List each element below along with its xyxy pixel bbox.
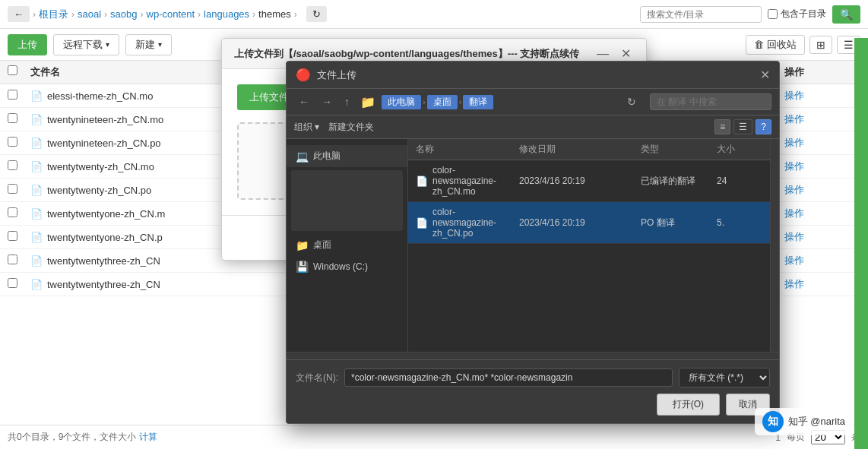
watermark-text: 知乎 @narita	[788, 415, 845, 428]
file-operation-0[interactable]: 操作	[784, 89, 860, 103]
view-grid-btn[interactable]: ⊞	[809, 36, 832, 54]
fp-hscrollbar[interactable]	[287, 352, 779, 359]
fp-col-name: 名称	[416, 143, 519, 156]
bc-sep-1: ›	[71, 9, 74, 20]
fp-sidebar-thispc[interactable]: 💻 此电脑	[287, 145, 407, 167]
file-row-checkbox-2[interactable]	[8, 137, 30, 149]
bc-sep-5: ›	[252, 9, 255, 20]
file-row-checkbox-8[interactable]	[8, 278, 30, 290]
file-icon-7: 📄	[30, 255, 43, 267]
select-all-checkbox[interactable]	[8, 65, 17, 75]
file-operation-1[interactable]: 操作	[784, 112, 860, 126]
file-operation-5[interactable]: 操作	[784, 207, 860, 220]
fp-scrollbar[interactable]	[770, 139, 779, 352]
breadcrumb-saobg[interactable]: saobg	[110, 8, 137, 20]
fp-fire-icon: 🔴	[296, 68, 311, 82]
fp-sidebar-desktop[interactable]: 📁 桌面	[287, 234, 407, 256]
file-row-checkbox-6[interactable]	[8, 231, 30, 243]
fp-col-type: 类型	[641, 143, 717, 156]
fp-close-btn[interactable]: ✕	[760, 68, 770, 82]
fp-sidebar-windows-label: Windows (C:)	[313, 261, 368, 272]
fp-file-type-0: 已编译的翻译	[641, 175, 717, 188]
new-btn[interactable]: 新建 ▾	[125, 34, 172, 55]
nav-back-btn[interactable]: ←	[8, 6, 30, 22]
breadcrumb-saoal[interactable]: saoal	[78, 8, 101, 20]
breadcrumb-wpcontent[interactable]: wp-content	[147, 8, 195, 20]
search-btn[interactable]: 🔍	[832, 5, 860, 24]
upload-dialog-minimize[interactable]: —	[594, 46, 612, 61]
fp-view-list-btn[interactable]: ≡	[714, 119, 730, 134]
fp-refresh-btn[interactable]: ↻	[622, 94, 641, 109]
search-input[interactable]	[640, 6, 762, 23]
file-row-checkbox-4[interactable]	[8, 184, 30, 196]
file-operation-8[interactable]: 操作	[784, 277, 860, 291]
fp-file-size-1: 5.	[717, 217, 762, 228]
breadcrumb-themes: themes	[258, 8, 291, 20]
fp-path-items: 此电脑 › 桌面 › 翻译	[382, 95, 616, 109]
footer: 共0个目录，9个文件，文件大小 计算 1 每页 20 50 100 条	[0, 425, 868, 449]
breadcrumb-right: 包含子目录 🔍	[640, 5, 860, 24]
file-operation-6[interactable]: 操作	[784, 230, 860, 244]
fp-file-row-1[interactable]: 📄 color-newsmagazine-zh_CN.po 2023/4/16 …	[408, 202, 770, 244]
file-icon-8: 📄	[30, 279, 43, 290]
upload-dialog-close[interactable]: ✕	[618, 46, 634, 61]
upload-btn[interactable]: 上传	[8, 34, 47, 55]
fp-help-btn[interactable]: ?	[756, 119, 771, 134]
fp-nav-up[interactable]: ↑	[340, 94, 354, 109]
col-checkbox	[8, 65, 30, 79]
fp-title-text: 文件上传	[317, 68, 356, 82]
fp-path-thispc-label[interactable]: 此电脑	[382, 95, 421, 109]
calc-link[interactable]: 计算	[139, 432, 157, 442]
fp-file-header: 名称 修改日期 类型 大小	[408, 139, 770, 160]
fp-file-name-text-0: color-newsmagazine-zh_CN.mo	[432, 165, 519, 197]
file-row-checkbox-0[interactable]	[8, 90, 30, 102]
fp-thispc-icon: 💻	[296, 150, 309, 163]
bc-sep-3: ›	[141, 9, 144, 20]
fp-body: 💻 此电脑 📁 桌面 💾 Windows (C:) 名称 修改日期	[287, 139, 779, 352]
fp-nav-back[interactable]: ←	[294, 94, 314, 109]
fp-sep-1: ›	[423, 97, 426, 106]
file-row-checkbox-5[interactable]	[8, 207, 30, 220]
fp-path-desktop-label[interactable]: 桌面	[427, 95, 458, 109]
file-icon-4: 📄	[30, 185, 43, 196]
fp-sidebar-windows[interactable]: 💾 Windows (C:)	[287, 256, 407, 277]
file-icon-1: 📄	[30, 114, 43, 125]
fp-file-icon-0: 📄	[416, 175, 428, 187]
upload-dialog-title: 上传文件到【/saoal/saobg/wp-content/languages/…	[234, 47, 579, 61]
fp-col-date: 修改日期	[519, 143, 641, 156]
fp-sidebar-thispc-label: 此电脑	[313, 150, 341, 163]
recycle-btn[interactable]: 🗑 回收站	[746, 35, 805, 55]
file-row-checkbox-1[interactable]	[8, 113, 30, 125]
breadcrumb-languages[interactable]: languages	[204, 8, 249, 20]
watermark: 知 知乎 @narita	[755, 408, 853, 435]
fp-view-detail-btn[interactable]: ☰	[733, 119, 752, 134]
file-row-checkbox-7[interactable]	[8, 255, 30, 267]
fp-path-translate-label[interactable]: 翻译	[463, 95, 493, 109]
fp-windows-icon: 💾	[296, 261, 309, 273]
file-operation-4[interactable]: 操作	[784, 183, 860, 197]
fp-open-btn[interactable]: 打开(O)	[657, 394, 720, 416]
fp-filetype-select[interactable]: 所有文件 (*.*)	[679, 368, 770, 387]
fp-filename-input[interactable]	[344, 368, 673, 387]
file-picker-overlay: 🔴 文件上传 ✕ ← → ↑ 📁 此电脑 › 桌面 › 翻译	[286, 61, 780, 424]
fp-file-size-0: 24	[717, 175, 762, 186]
file-operation-7[interactable]: 操作	[784, 254, 860, 267]
dialog-controls: — ✕	[594, 46, 634, 61]
col-operation: 操作	[784, 65, 860, 79]
fp-file-row-0[interactable]: 📄 color-newsmagazine-zh_CN.mo 2023/4/16 …	[408, 160, 770, 202]
file-row-checkbox-3[interactable]	[8, 160, 30, 172]
breadcrumb-root[interactable]: 根目录	[39, 8, 68, 21]
include-subdir-checkbox[interactable]	[768, 9, 778, 19]
fp-nav-forward[interactable]: →	[317, 94, 337, 109]
bc-sep-2: ›	[104, 9, 107, 20]
file-operation-2[interactable]: 操作	[784, 136, 860, 150]
fp-footer: 文件名(N): 所有文件 (*.*) 打开(O) 取消	[287, 359, 779, 423]
file-operation-3[interactable]: 操作	[784, 160, 860, 173]
fp-search-input[interactable]	[650, 93, 771, 110]
fp-organize-btn[interactable]: 组织 ▾	[294, 121, 319, 134]
refresh-btn[interactable]: ↻	[306, 6, 327, 22]
fp-new-folder-btn[interactable]: 新建文件夹	[328, 121, 374, 134]
remote-download-btn[interactable]: 远程下载 ▾	[53, 34, 119, 55]
fp-sidebar-placeholder	[291, 170, 403, 231]
fp-filename-row: 文件名(N): 所有文件 (*.*)	[296, 368, 770, 387]
